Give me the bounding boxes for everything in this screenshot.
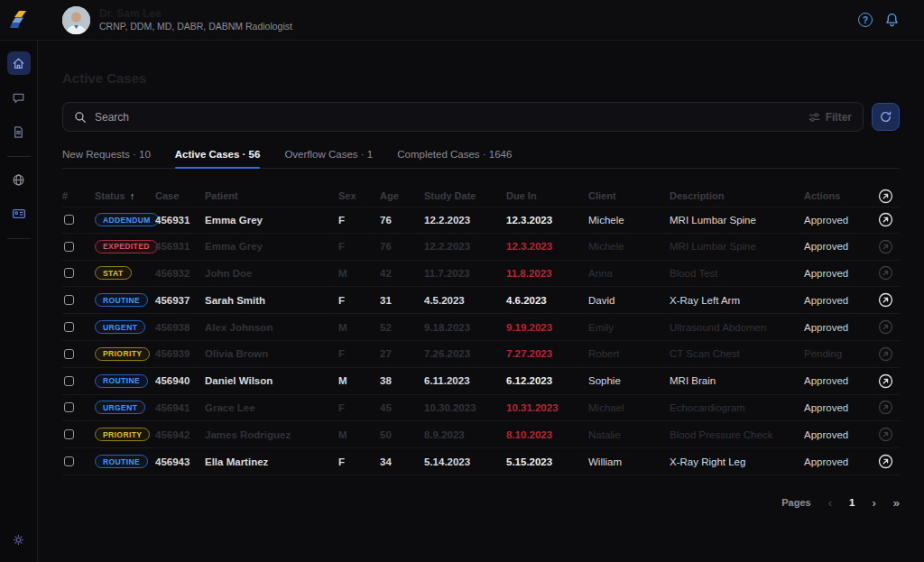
tab-completed-cases[interactable]: Completed Cases · 1646 [397, 149, 512, 168]
patient-sex: M [338, 375, 380, 386]
open-case-icon[interactable] [871, 427, 900, 442]
patient-sex: F [338, 295, 380, 306]
row-checkbox[interactable] [64, 456, 74, 466]
column-header-age[interactable]: Age [380, 190, 424, 201]
due-date: 8.10.2023 [506, 429, 588, 440]
study-description: X-Ray Left Arm [670, 295, 804, 306]
row-checkbox[interactable] [64, 242, 74, 252]
row-checkbox[interactable] [64, 295, 74, 305]
case-number: 456943 [155, 456, 205, 467]
user-credentials: CRNP, DDM, MD, DABR, DABNM Radiologist [99, 21, 292, 32]
patient-name: Daniel Wilson [205, 375, 338, 386]
app-logo[interactable] [0, 0, 38, 41]
column-header-case[interactable]: Case [155, 190, 205, 201]
row-checkbox[interactable] [64, 268, 74, 278]
due-date: 12.3.2023 [506, 241, 588, 252]
open-case-icon[interactable] [871, 373, 900, 389]
status-badge: ADDENDUM [95, 213, 159, 226]
column-header-due-in[interactable]: Due In [506, 190, 588, 201]
open-case-icon[interactable] [871, 265, 900, 281]
client-name: Robert [588, 348, 670, 359]
sidebar-divider [7, 238, 31, 239]
column-header-index[interactable]: # [62, 190, 95, 201]
patient-age: 31 [380, 295, 424, 306]
case-number: 456940 [155, 375, 205, 386]
open-case-icon[interactable] [871, 239, 900, 254]
due-date: 11.8.2023 [506, 268, 588, 279]
row-checkbox[interactable] [64, 322, 74, 332]
study-date: 9.18.2023 [424, 322, 506, 333]
open-case-icon[interactable] [871, 400, 900, 415]
tab-new-requests[interactable]: New Requests · 10 [62, 149, 151, 168]
row-checkbox[interactable] [64, 402, 74, 412]
sidebar-item-network[interactable] [7, 168, 31, 191]
column-header-actions[interactable]: Actions [804, 190, 871, 201]
column-header-client[interactable]: Client [588, 190, 670, 201]
patient-age: 52 [380, 322, 424, 333]
search-input[interactable] [95, 111, 808, 124]
due-date: 7.27.2023 [506, 348, 588, 359]
column-header-sex[interactable]: Sex [338, 190, 380, 201]
user-profile[interactable]: Dr. Sam Lee CRNP, DDM, MD, DABR, DABNM R… [62, 6, 292, 34]
row-checkbox[interactable] [64, 215, 74, 225]
avatar [62, 6, 90, 34]
open-case-icon[interactable] [871, 212, 900, 227]
search-bar: Filter [62, 102, 864, 132]
pages-label: Pages [781, 497, 810, 508]
sidebar-item-messages[interactable] [7, 86, 31, 109]
column-header-patient[interactable]: Patient [205, 190, 338, 201]
action-status: Approved [804, 375, 871, 386]
action-status: Approved [804, 429, 871, 440]
sort-ascending-icon[interactable]: ↑ [130, 190, 135, 201]
action-status: Approved [804, 268, 871, 279]
bell-icon[interactable] [884, 12, 900, 28]
open-all-icon[interactable] [871, 189, 900, 204]
client-name: Michele [588, 241, 670, 252]
sidebar-item-billing[interactable] [7, 202, 31, 226]
previous-page-icon[interactable]: ‹ [828, 497, 832, 509]
sidebar-item-home[interactable] [7, 51, 31, 75]
client-name: Michael [588, 402, 670, 413]
open-case-icon[interactable] [871, 319, 900, 335]
tab-overflow-cases[interactable]: Overflow Cases · 1 [284, 149, 373, 168]
table-body: ADDENDUM 456931 Emma Grey F 76 12.2.2023… [62, 207, 900, 475]
study-date: 11.7.2023 [424, 268, 506, 279]
tab-active-cases[interactable]: Active Cases · 56 [175, 149, 261, 168]
row-checkbox[interactable] [64, 376, 74, 386]
status-badge: ROUTINE [95, 293, 148, 307]
filter-button[interactable]: Filter [808, 111, 852, 124]
column-header-description[interactable]: Description [670, 190, 804, 201]
case-number: 456938 [155, 322, 205, 333]
due-date: 4.6.2023 [506, 295, 588, 306]
user-name: Dr. Sam Lee [99, 7, 292, 21]
open-case-icon[interactable] [871, 346, 900, 362]
patient-age: 45 [380, 402, 424, 413]
open-case-icon[interactable] [871, 454, 900, 469]
column-header-study-date[interactable]: Study Date [424, 190, 506, 201]
last-page-icon[interactable]: » [893, 497, 900, 509]
current-page-number[interactable]: 1 [849, 498, 855, 509]
help-icon[interactable]: ? [858, 13, 873, 27]
due-date: 12.3.2023 [506, 215, 588, 226]
status-badge: URGENT [95, 401, 145, 414]
row-checkbox[interactable] [64, 429, 74, 439]
next-page-icon[interactable]: › [872, 497, 875, 509]
search-icon [74, 111, 87, 124]
client-name: David [588, 295, 670, 306]
user-text: Dr. Sam Lee CRNP, DDM, MD, DABR, DABNM R… [99, 7, 292, 32]
sidebar-item-documents[interactable] [7, 120, 31, 143]
table-row: ROUTINE 456937 Sarah Smith F 31 4.5.2023… [62, 287, 900, 314]
study-description: MRI Brain [670, 375, 804, 386]
table-row: PRIORITY 456942 James Rodriguez M 50 8.9… [62, 421, 900, 448]
patient-sex: F [338, 241, 380, 252]
row-checkbox[interactable] [64, 349, 74, 359]
patient-age: 27 [380, 348, 424, 359]
refresh-button[interactable] [872, 103, 900, 131]
patient-name: Ella Martinez [205, 456, 338, 467]
sidebar-item-settings[interactable] [7, 528, 31, 551]
case-number: 456931 [155, 241, 205, 252]
filter-label: Filter [826, 111, 852, 124]
open-case-icon[interactable] [871, 292, 900, 308]
column-header-status[interactable]: Status ↑ [95, 190, 155, 201]
action-status: Approved [804, 295, 871, 306]
